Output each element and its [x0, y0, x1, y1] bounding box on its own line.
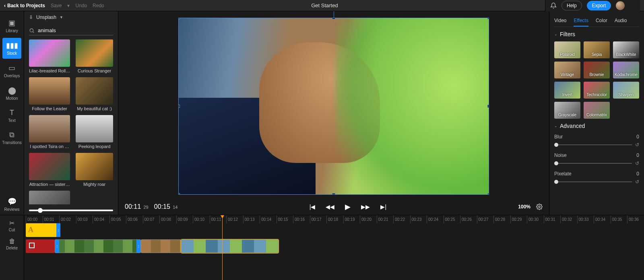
filter-invert[interactable]: Invert	[554, 82, 580, 99]
filter-brownie[interactable]: Brownie	[584, 62, 610, 78]
clip-handle[interactable]: ⋮	[56, 223, 60, 237]
playhead[interactable]	[222, 215, 223, 280]
resize-handle[interactable]	[178, 193, 180, 195]
timeline-tools: ✂Cut 🗑Delete	[0, 215, 24, 280]
text-clip[interactable]: A ⋮	[26, 223, 60, 237]
rail-reviews[interactable]: 💬Reviews	[0, 194, 24, 215]
project-title: Get Started	[110, 2, 539, 8]
skip-end-icon[interactable]: ▶|	[380, 204, 386, 210]
filter-sharpen[interactable]: Sharpen	[613, 82, 639, 99]
timecode: 00:11 29 00:15 14	[125, 203, 178, 210]
reset-icon[interactable]: ↺	[635, 179, 639, 185]
library-panel: ⇩ Unsplash ▼ Lilac-breasted Roll… Curiou…	[24, 11, 118, 215]
stock-item[interactable]: Peeking leopard	[76, 115, 113, 149]
ruler-tick: 00:03	[76, 215, 88, 223]
stock-item[interactable]: Lilac-breasted Roll…	[29, 39, 70, 73]
clip-handle[interactable]: ⋮	[136, 240, 140, 253]
filters-header[interactable]: ⌄Filters	[554, 31, 639, 37]
rail-text[interactable]: TText	[0, 105, 24, 126]
rail-library[interactable]: ▣Library	[0, 15, 24, 36]
forward-icon[interactable]: ▶▶	[361, 204, 370, 210]
filter-colormatrix[interactable]: Colormatrix	[584, 102, 610, 119]
stock-item[interactable]: Follow the Leader	[29, 77, 70, 111]
svg-line-1	[33, 31, 34, 33]
tab-effects[interactable]: Effects	[574, 15, 588, 27]
undo-button[interactable]: Undo	[75, 3, 87, 8]
clip-handle[interactable]: ⋮	[55, 240, 59, 253]
track-video[interactable]: ⋮ ⋮	[24, 239, 644, 253]
video-clip[interactable]: ⋮ ⋮	[55, 239, 141, 253]
advanced-header[interactable]: ⌄Advanced	[554, 123, 639, 129]
ruler-tick: 00:34	[594, 215, 605, 223]
skip-start-icon[interactable]: |◀	[310, 204, 316, 210]
filter-sepia[interactable]: Sepia	[584, 41, 610, 58]
ruler-tick: 00:29	[510, 215, 522, 223]
back-to-projects[interactable]: ‹ Back to Projects	[4, 3, 45, 8]
timeline-tracks: A ⋮ ⋮ ⋮	[24, 223, 644, 253]
ruler-tick: 00:08	[159, 215, 171, 223]
stock-item[interactable]	[29, 191, 70, 204]
pixelate-slider[interactable]: ↺	[554, 179, 639, 185]
resize-handle[interactable]	[332, 18, 335, 19]
left-rail: ▣Library ▮▮▮Stock ▭Overlays ⬤Motion TTex…	[0, 11, 24, 215]
search-input[interactable]	[38, 27, 113, 33]
rail-transitions[interactable]: ⧉Transitions	[0, 128, 24, 148]
resize-handle[interactable]	[487, 105, 489, 108]
filter-grayscale[interactable]: Grayscale	[554, 102, 580, 119]
library-scrollbar[interactable]	[29, 208, 113, 213]
video-clip[interactable]	[141, 239, 181, 253]
filter-technicolor[interactable]: Technicolor	[584, 82, 610, 99]
library-source-dropdown[interactable]: ⇩ Unsplash ▼	[24, 11, 118, 23]
filter-blackwhite[interactable]: BlackWhite	[613, 41, 639, 58]
color-clip[interactable]	[26, 239, 55, 253]
stock-item[interactable]: I spotted Tsira on …	[29, 115, 70, 149]
timeline-ruler[interactable]: 00:0000:0100:0200:0300:0400:0500:0600:07…	[24, 215, 644, 223]
rail-motion[interactable]: ⬤Motion	[0, 83, 24, 104]
ruler-tick: 00:20	[360, 215, 372, 223]
user-avatar[interactable]	[616, 1, 625, 10]
cut-tool[interactable]: ✂Cut	[9, 219, 15, 232]
tab-audio[interactable]: Audio	[615, 15, 627, 27]
reset-icon[interactable]: ↺	[635, 161, 639, 166]
stock-item[interactable]: Mighty roar	[76, 153, 113, 187]
ruler-tick: 00:19	[343, 215, 355, 223]
ruler-tick: 00:21	[377, 215, 388, 223]
selection-frame[interactable]	[178, 18, 489, 195]
delete-tool[interactable]: 🗑Delete	[6, 238, 18, 250]
stock-item[interactable]: Curious Stranger	[76, 39, 113, 73]
stock-item[interactable]: Attraction — sister…	[29, 153, 70, 187]
save-dropdown-icon[interactable]: ▾	[67, 3, 70, 8]
track-text[interactable]: A ⋮	[24, 223, 644, 237]
filter-kodachrome[interactable]: Kodachrome	[613, 62, 639, 78]
preview-canvas[interactable]	[118, 11, 549, 199]
tab-color[interactable]: Color	[596, 15, 607, 27]
timeline-main[interactable]: 00:0000:0100:0200:0300:0400:0500:0600:07…	[24, 215, 644, 280]
filter-vintage[interactable]: Vintage	[554, 62, 580, 78]
rail-overlays[interactable]: ▭Overlays	[0, 60, 24, 81]
redo-button[interactable]: Redo	[93, 3, 104, 8]
export-button[interactable]: Export	[587, 1, 611, 10]
resize-handle[interactable]	[178, 105, 180, 108]
play-icon[interactable]: ▶	[345, 202, 351, 211]
chevron-down-icon: ⌄	[554, 124, 557, 128]
resize-handle[interactable]	[487, 18, 489, 19]
filter-polaroid[interactable]: Polaroid	[554, 41, 580, 58]
reset-icon[interactable]: ↺	[635, 142, 639, 148]
rewind-icon[interactable]: ◀◀	[326, 204, 334, 210]
blur-slider[interactable]: ↺	[554, 142, 639, 148]
resize-handle[interactable]	[178, 18, 180, 19]
resize-handle[interactable]	[332, 193, 335, 195]
resize-handle[interactable]	[487, 193, 489, 195]
help-button[interactable]: Help	[561, 1, 582, 10]
noise-slider[interactable]: ↺	[554, 161, 639, 166]
bell-icon[interactable]	[550, 2, 557, 9]
ruler-tick: 00:18	[326, 215, 338, 223]
save-menu[interactable]: Save	[51, 3, 62, 8]
gear-icon[interactable]	[536, 204, 543, 210]
rail-stock[interactable]: ▮▮▮Stock	[2, 38, 21, 59]
preview-controls: 00:11 29 00:15 14 |◀ ◀◀ ▶ ▶▶ ▶| 100%	[118, 199, 549, 215]
ruler-tick: 00:11	[210, 215, 221, 223]
stock-item[interactable]: My beautiful cat :)	[76, 77, 113, 111]
video-clip-selected[interactable]	[181, 239, 279, 253]
tab-video[interactable]: Video	[554, 15, 566, 27]
